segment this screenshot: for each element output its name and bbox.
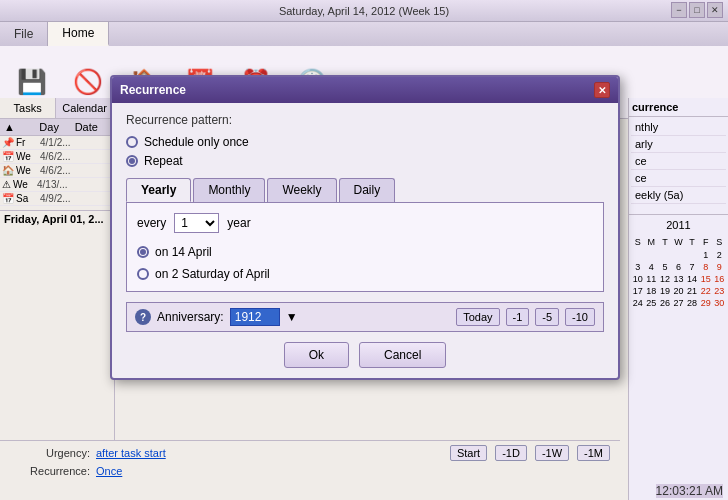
- urgency-field-label: Urgency:: [10, 447, 90, 459]
- modal-buttons: Ok Cancel: [126, 342, 604, 368]
- minimize-button[interactable]: −: [671, 2, 687, 18]
- today-button[interactable]: Today: [456, 308, 499, 326]
- right-item-1[interactable]: arly: [631, 136, 726, 153]
- every-row: every 1 2 3 year: [137, 213, 593, 233]
- pattern-radios: on 14 April on 2 Saturday of April: [137, 245, 593, 281]
- titlebar-controls: − □ ✕: [671, 2, 723, 18]
- task-icon-4: 📅: [2, 193, 14, 204]
- every-label: every: [137, 216, 166, 230]
- dialog-cancel-button[interactable]: Cancel: [359, 342, 446, 368]
- start-button[interactable]: Start: [450, 445, 487, 461]
- tab-monthly[interactable]: Monthly: [193, 178, 265, 202]
- urgency-value[interactable]: after task start: [96, 447, 166, 459]
- right-item-4[interactable]: eekly (5a): [631, 187, 726, 204]
- schedule-once-option[interactable]: Schedule only once: [126, 135, 604, 149]
- repeat-label: Repeat: [144, 154, 183, 168]
- app-background: Saturday, April 14, 2012 (Week 15) − □ ✕…: [0, 0, 728, 500]
- on14april-label: on 14 April: [155, 245, 212, 259]
- ok-button[interactable]: Ok: [284, 342, 349, 368]
- tab-yearly[interactable]: Yearly: [126, 178, 191, 202]
- right-item-0[interactable]: nthly: [631, 119, 726, 136]
- list-item[interactable]: ⚠ We 4/13/...: [0, 178, 114, 192]
- dialog-body: Recurrence pattern: Schedule only once R…: [112, 103, 618, 378]
- pattern-content: every 1 2 3 year on 14 April o: [126, 203, 604, 292]
- tab-weekly[interactable]: Weekly: [267, 178, 336, 202]
- tab-calendar[interactable]: Calendar: [56, 98, 114, 118]
- recurrence-pattern-label: Recurrence pattern:: [126, 113, 604, 127]
- mini-cal-header: SMT WTFS: [629, 235, 728, 249]
- right-item-2[interactable]: ce: [631, 153, 726, 170]
- list-item[interactable]: 📌 Fr 4/1/2...: [0, 136, 114, 150]
- mini-cal-row4: 171819 20212223: [629, 285, 728, 297]
- mini-cal-row5: 242526 27282930: [629, 297, 728, 309]
- list-item[interactable]: 📅 Sa 4/9/2...: [0, 192, 114, 206]
- every-select[interactable]: 1 2 3: [174, 213, 219, 233]
- on14april-option[interactable]: on 14 April: [137, 245, 593, 259]
- right-panel-items: nthly arly ce ce eekly (5a): [629, 117, 728, 206]
- anniversary-input[interactable]: [230, 308, 280, 326]
- on2sat-option[interactable]: on 2 Saturday of April: [137, 267, 593, 281]
- mini-cal-row2: 345 6789: [629, 261, 728, 273]
- anniversary-dropdown[interactable]: ▼: [286, 310, 298, 324]
- ribbon-tab-file[interactable]: File: [0, 22, 48, 46]
- urgency-date-buttons: Start -1D -1W -1M: [450, 445, 610, 461]
- on2sat-radio[interactable]: [137, 268, 149, 280]
- on2sat-label: on 2 Saturday of April: [155, 267, 270, 281]
- dialog-titlebar: Recurrence ✕: [112, 77, 618, 103]
- task-icon-0: 📌: [2, 137, 14, 148]
- mini-cal-row1: 12: [629, 249, 728, 261]
- task-icon-1: 📅: [2, 151, 14, 162]
- right-panel: currence nthly arly ce ce eekly (5a) 201…: [628, 98, 728, 500]
- save-button[interactable]: 💾: [8, 65, 56, 99]
- recurrence-options: Schedule only once Repeat: [126, 135, 604, 168]
- repeat-option[interactable]: Repeat: [126, 154, 604, 168]
- year-label: year: [227, 216, 250, 230]
- list-item[interactable]: 📅 We 4/6/2...: [0, 150, 114, 164]
- app-close-button[interactable]: ✕: [707, 2, 723, 18]
- minus-1w-button[interactable]: -1W: [535, 445, 569, 461]
- on14april-radio[interactable]: [137, 246, 149, 258]
- minus1-button[interactable]: -1: [506, 308, 530, 326]
- task-icon-3: ⚠: [2, 179, 11, 190]
- minus-1d-button[interactable]: -1D: [495, 445, 527, 461]
- minus-1m-button[interactable]: -1M: [577, 445, 610, 461]
- time-display: 12:03:21 AM: [656, 484, 723, 498]
- bottom-bar: Urgency: after task start Start -1D -1W …: [0, 440, 620, 500]
- pattern-tabs: Yearly Monthly Weekly Daily: [126, 178, 604, 203]
- app-titlebar: Saturday, April 14, 2012 (Week 15) − □ ✕: [0, 0, 728, 22]
- schedule-once-radio[interactable]: [126, 136, 138, 148]
- save-icon: 💾: [17, 70, 47, 94]
- tab-daily[interactable]: Daily: [339, 178, 396, 202]
- ribbon-tabs: File Home: [0, 22, 728, 46]
- dropdown-arrow-icon: ▼: [286, 310, 298, 324]
- dialog-close-button[interactable]: ✕: [594, 82, 610, 98]
- maximize-button[interactable]: □: [689, 2, 705, 18]
- repeat-radio[interactable]: [126, 155, 138, 167]
- cancel-button[interactable]: 🚫: [64, 65, 112, 99]
- ribbon-tab-home[interactable]: Home: [48, 22, 109, 46]
- minus10-button[interactable]: -10: [565, 308, 595, 326]
- recurrence-field-label: Recurrence:: [10, 465, 90, 477]
- urgency-row: Urgency: after task start Start -1D -1W …: [10, 445, 610, 461]
- help-button[interactable]: ?: [135, 309, 151, 325]
- task-rows: 📌 Fr 4/1/2... 📅 We 4/6/2... 🏠 We 4/6/2..…: [0, 136, 114, 206]
- mini-cal-row3: 101112 13141516: [629, 273, 728, 285]
- schedule-once-label: Schedule only once: [144, 135, 249, 149]
- right-item-3[interactable]: ce: [631, 170, 726, 187]
- anniversary-label: Anniversary:: [157, 310, 224, 324]
- minus5-button[interactable]: -5: [535, 308, 559, 326]
- right-panel-header: currence: [629, 98, 728, 117]
- app-title: Saturday, April 14, 2012 (Week 15): [279, 5, 449, 17]
- recurrence-value[interactable]: Once: [96, 465, 122, 477]
- date-header: Friday, April 01, 2...: [0, 210, 114, 227]
- recurrence-dialog: Recurrence ✕ Recurrence pattern: Schedul…: [110, 75, 620, 380]
- list-item[interactable]: 🏠 We 4/6/2...: [0, 164, 114, 178]
- task-list-header: ▲ Day Date: [0, 119, 114, 136]
- cancel-icon: 🚫: [73, 70, 103, 94]
- dialog-title: Recurrence: [120, 83, 186, 97]
- mini-cal-year: 2011: [629, 214, 728, 235]
- task-icon-2: 🏠: [2, 165, 14, 176]
- tab-tasks[interactable]: Tasks: [0, 98, 56, 118]
- left-panel-tabs: Tasks Calendar: [0, 98, 114, 119]
- recurrence-row: Recurrence: Once: [10, 465, 610, 477]
